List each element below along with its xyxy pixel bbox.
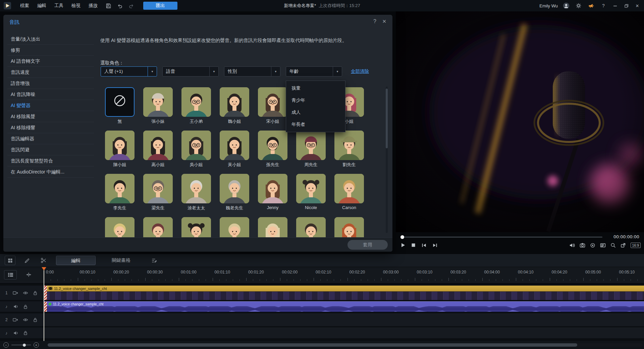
chevron-down-icon[interactable]: ▼ [209,67,218,76]
character-card[interactable]: Carson [334,174,364,211]
video-track-2-lane[interactable] [44,313,644,326]
tab-edit[interactable]: 編輯 [56,256,96,265]
age-menu-option[interactable]: 青少年 [286,94,345,106]
minimize-icon[interactable] [612,2,619,9]
sidebar-item[interactable]: 音訊編輯器 [7,133,94,144]
play-button[interactable] [400,243,406,248]
character-card[interactable]: 宋小姐 [258,87,287,124]
seek-handle[interactable] [400,235,404,239]
next-frame-button[interactable] [432,243,438,248]
character-card[interactable]: 吳小姐 [181,131,211,167]
volume-icon[interactable] [569,243,575,248]
speech-filter-dropdown[interactable]: 語音 ▼ [162,66,219,77]
character-card[interactable]: 魏小姐 [220,87,249,124]
character-card[interactable]: 魏老先生 [220,174,249,211]
menu-item[interactable]: 檔案 [17,3,33,9]
character-card[interactable]: 張小妹 [143,87,173,124]
video-track-icon[interactable] [13,318,18,322]
render-preview-icon[interactable] [590,243,595,248]
sidebar-item[interactable]: 音訊長度智慧型符合 [7,155,94,166]
character-card[interactable] [258,217,287,238]
lock-icon[interactable] [23,331,28,335]
playhead-line[interactable] [44,267,44,341]
popout-window-icon[interactable] [621,243,626,248]
eye-visibility-icon[interactable] [23,291,28,295]
character-card[interactable] [143,217,173,238]
character-card[interactable] [296,217,326,238]
menu-item[interactable]: 播放 [85,3,101,9]
clip-trim-marker[interactable] [44,286,47,300]
menu-item[interactable]: 編輯 [34,3,50,9]
sidebar-item[interactable]: 音訊閃避 [7,144,94,155]
undo-icon[interactable] [116,2,124,10]
sidebar-item[interactable]: 音訊速度 [7,67,94,78]
snap-to-clips-button[interactable] [22,270,35,280]
clear-all-link[interactable]: 全部清除 [351,68,369,74]
character-card[interactable] [105,217,135,238]
room-select-button[interactable] [5,256,15,265]
character-card[interactable]: Nicole [296,174,326,211]
scrollbar-thumb[interactable] [386,89,388,148]
character-card[interactable]: 劉先生 [334,131,364,167]
audio-clip[interactable]: 11.2_voice changer_sample_cht [44,301,644,312]
character-card[interactable]: 梁先生 [143,174,173,211]
promotion-megaphone-icon[interactable] [587,2,595,10]
age-filter-dropdown[interactable]: 年齡 ▼ [286,66,342,77]
sidebar-item[interactable]: 修剪 [7,45,94,56]
character-card[interactable]: 高小姐 [143,131,173,167]
clip-trim-marker[interactable] [44,302,47,312]
zoom-slider-handle[interactable] [23,344,26,347]
tab-keyframe[interactable]: 關鍵畫格 [104,257,138,263]
settings-gear-icon[interactable] [575,2,583,10]
sidebar-item[interactable]: AI 語音轉文字 [7,56,94,67]
chevron-down-icon[interactable]: ▼ [148,67,157,76]
character-card[interactable]: 孫先生 [258,131,287,167]
character-card[interactable]: 王小弟 [181,87,211,124]
speaker-icon[interactable] [13,331,18,335]
scrollbar-thumb[interactable] [48,343,577,347]
lock-icon[interactable] [33,317,38,322]
character-card[interactable]: 李先生 [105,174,135,211]
gender-filter-dropdown[interactable]: 性別 ▼ [224,66,280,77]
timeline-horizontal-scrollbar[interactable] [48,343,643,347]
character-card[interactable]: 涂老太太 [181,174,211,211]
video-track-1-lane[interactable]: 11.2_voice changer_sample_cht [44,286,644,300]
lock-icon[interactable] [23,304,28,309]
lock-icon[interactable] [33,291,38,295]
panel-help-icon[interactable]: ? [373,18,376,24]
video-clip[interactable]: 11.2_voice changer_sample_cht [44,286,644,300]
character-card[interactable] [220,217,249,238]
seek-bar[interactable] [401,237,602,238]
age-menu-option[interactable]: 年長者 [286,118,345,131]
chevron-down-icon[interactable]: ▼ [271,67,280,76]
track-manager-button[interactable] [4,270,17,280]
help-icon[interactable]: ? [599,2,607,10]
chevron-down-icon[interactable]: ▼ [333,67,342,76]
video-track-icon[interactable] [13,291,18,295]
character-card[interactable]: 周先生 [296,131,326,167]
sidebar-item[interactable]: AI 變聲器 [7,100,94,111]
timeline-ruler[interactable]: 0:0000:00:1000:00:2000:00:3000:01:0000:0… [44,267,644,282]
apply-button[interactable]: 套用 [347,240,388,250]
sidebar-item[interactable]: AI 移除殘響 [7,122,94,133]
restore-window-icon[interactable] [623,2,630,9]
details-icon[interactable] [600,243,606,248]
zoom-in-button[interactable]: + [34,342,39,348]
character-card[interactable] [334,217,364,238]
sidebar-item[interactable]: AI 音訊降噪 [7,89,94,100]
age-menu-option[interactable]: 孩童 [286,82,345,94]
sidebar-item[interactable]: AI 移除風聲 [7,111,94,122]
previous-frame-button[interactable] [421,243,427,248]
edit-list-icon[interactable] [151,258,157,263]
zoom-out-button[interactable]: − [3,342,9,348]
menu-item[interactable]: 檢視 [68,3,84,9]
zoom-slider[interactable] [11,345,31,345]
sidebar-item[interactable]: 音量/淡入淡出 [7,34,94,45]
character-card[interactable]: Jenny [258,174,287,211]
split-scissors-icon[interactable] [41,257,47,263]
aspect-ratio-badge[interactable]: 16:9 [631,243,641,248]
panel-close-icon[interactable]: ✕ [382,18,386,24]
character-none-card[interactable]: 無 [105,87,135,124]
zoom-icon[interactable] [610,243,616,248]
save-icon[interactable] [104,2,112,10]
